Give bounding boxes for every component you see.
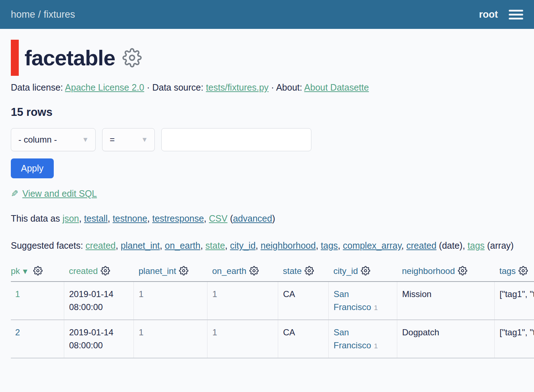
suggested-facets-row: Suggested facets: created, planet_int, o…	[11, 237, 534, 254]
apply-button[interactable]: Apply	[11, 158, 54, 178]
pk-link[interactable]: 1	[15, 289, 20, 299]
facet-link-tags-array[interactable]: tags	[468, 240, 485, 251]
column-gear-icon[interactable]	[361, 266, 370, 275]
column-gear-icon[interactable]	[518, 266, 528, 275]
export-link-testall[interactable]: testall	[84, 213, 108, 223]
operator-select-value: =	[110, 135, 115, 145]
column-gear-icon[interactable]	[249, 266, 259, 275]
about-label: About:	[276, 82, 302, 92]
export-link-testnone[interactable]: testnone	[113, 213, 147, 223]
facet-link-created-date[interactable]: created	[406, 240, 436, 251]
table-settings-gear-icon[interactable]	[122, 48, 142, 67]
export-prefix: This data as	[11, 213, 60, 223]
column-header-city-id: city_id	[328, 263, 397, 282]
metadata-line: Data license: Apache License 2.0 · Data …	[11, 82, 534, 93]
column-header-on-earth: on_earth	[207, 263, 278, 282]
cell-city-id: San Francisco1	[328, 282, 397, 320]
cell-tags: ["tag1", "tag3"]	[494, 320, 534, 358]
column-header-city-id-link[interactable]: city_id	[333, 266, 358, 276]
breadcrumb-separator: /	[35, 9, 44, 20]
cell-created: 2019-01-14 08:00:00	[64, 320, 134, 358]
cell-created: 2019-01-14 08:00:00	[64, 282, 134, 320]
export-link-json[interactable]: json	[62, 213, 79, 223]
license-label: Data license:	[11, 82, 63, 92]
facet-link-state[interactable]: state	[205, 240, 225, 251]
view-edit-sql-link[interactable]: View and edit SQL	[22, 188, 97, 199]
column-header-tags: tags	[494, 263, 534, 282]
column-header-pk: pk▼	[11, 263, 64, 282]
column-header-neighborhood-link[interactable]: neighborhood	[402, 266, 455, 276]
title-accent-bar	[11, 40, 19, 76]
column-gear-icon[interactable]	[33, 266, 43, 275]
cell-pk: 2	[11, 320, 64, 358]
dot-separator: ·	[271, 82, 274, 92]
cell-neighborhood: Dogpatch	[397, 320, 494, 358]
cell-state: CA	[278, 320, 328, 358]
title-section: facetable	[11, 40, 534, 76]
user-menu-root[interactable]: root	[479, 9, 498, 20]
pencil-icon: ✎	[11, 188, 18, 199]
source-link[interactable]: tests/fixtures.py	[206, 82, 269, 92]
column-gear-icon[interactable]	[101, 266, 110, 275]
column-gear-icon[interactable]	[179, 266, 188, 275]
column-select[interactable]: - column - ▼	[11, 128, 96, 151]
column-header-planet-int-link[interactable]: planet_int	[139, 266, 176, 276]
cell-planet-int: 1	[134, 320, 207, 358]
city-id-value: 1	[374, 304, 378, 312]
column-select-value: - column -	[18, 135, 57, 145]
facet-link-city-id[interactable]: city_id	[230, 240, 255, 251]
column-header-on-earth-link[interactable]: on_earth	[212, 266, 246, 276]
sort-desc-icon: ▼	[21, 267, 29, 275]
page-title: facetable	[25, 45, 115, 70]
row-count: 15 rows	[11, 106, 534, 119]
export-link-advanced[interactable]: advanced	[233, 213, 272, 223]
cell-tags: ["tag1", "tag2"]	[494, 282, 534, 320]
pk-link[interactable]: 2	[15, 327, 20, 337]
cell-city-id: San Francisco1	[328, 320, 397, 358]
cell-on-earth: 1	[207, 282, 278, 320]
column-header-created-link[interactable]: created	[69, 266, 98, 276]
facets-prefix: Suggested facets:	[11, 240, 83, 251]
license-link[interactable]: Apache License 2.0	[65, 82, 144, 92]
top-navigation-bar: home/fixtures root	[0, 0, 534, 29]
breadcrumb-home-link[interactable]: home	[11, 9, 35, 20]
facet-link-tags[interactable]: tags	[321, 240, 338, 251]
column-header-state-link[interactable]: state	[283, 266, 302, 276]
chevron-down-icon: ▼	[141, 136, 148, 144]
facet-link-planet-int[interactable]: planet_int	[121, 240, 159, 251]
column-gear-icon[interactable]	[305, 266, 314, 275]
table-row: 2 2019-01-14 08:00:00 1 1 CA San Francis…	[11, 320, 534, 358]
column-gear-icon[interactable]	[458, 266, 467, 275]
column-header-pk-link[interactable]: pk	[11, 266, 20, 276]
city-link[interactable]: San Francisco	[334, 289, 371, 312]
facet-link-on-earth[interactable]: on_earth	[165, 240, 201, 251]
filter-row: - column - ▼ = ▼	[11, 128, 534, 151]
export-link-testresponse[interactable]: testresponse	[152, 213, 204, 223]
sql-link-row: ✎ View and edit SQL	[11, 188, 534, 199]
source-label: Data source:	[152, 82, 203, 92]
cell-state: CA	[278, 282, 328, 320]
column-header-neighborhood: neighborhood	[397, 263, 494, 282]
city-id-value: 1	[374, 342, 378, 350]
table-header-row: pk▼ created planet_int on_earth state	[11, 263, 534, 282]
export-link-csv[interactable]: CSV	[209, 213, 227, 223]
data-table-container: pk▼ created planet_int on_earth state	[11, 263, 534, 358]
cell-planet-int: 1	[134, 282, 207, 320]
cell-neighborhood: Mission	[397, 282, 494, 320]
table-row: 1 2019-01-14 08:00:00 1 1 CA San Francis…	[11, 282, 534, 320]
column-header-tags-link[interactable]: tags	[499, 266, 516, 276]
breadcrumb-fixtures-link[interactable]: fixtures	[44, 9, 75, 20]
facet-link-created[interactable]: created	[86, 240, 115, 251]
operator-select[interactable]: = ▼	[102, 128, 155, 151]
about-link[interactable]: About Datasette	[304, 82, 369, 92]
facet-link-complex-array[interactable]: complex_array	[343, 240, 401, 251]
filter-value-input[interactable]	[161, 128, 311, 151]
cell-on-earth: 1	[207, 320, 278, 358]
column-header-state: state	[278, 263, 328, 282]
cell-pk: 1	[11, 282, 64, 320]
city-link[interactable]: San Francisco	[334, 327, 371, 350]
hamburger-menu-icon[interactable]	[509, 8, 523, 21]
rows-table: pk▼ created planet_int on_earth state	[11, 263, 534, 358]
column-header-created: created	[64, 263, 134, 282]
facet-link-neighborhood[interactable]: neighborhood	[261, 240, 316, 251]
